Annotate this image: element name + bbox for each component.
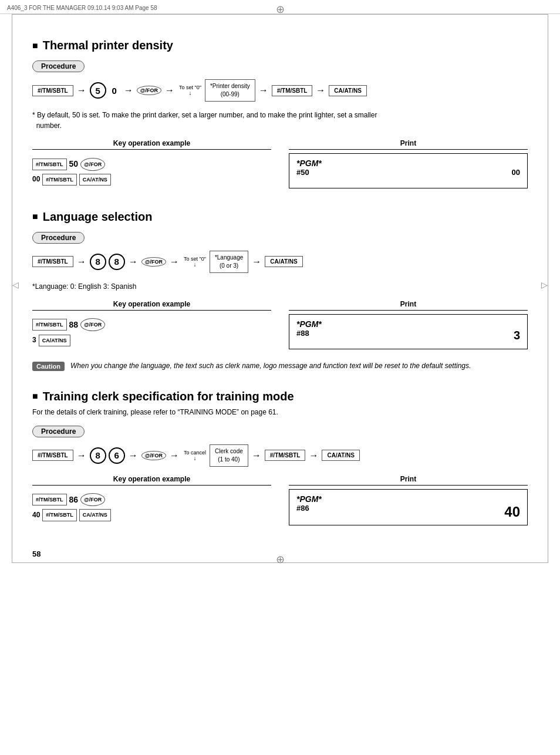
s3-key-tmsbtl2: #/TM/SBTL xyxy=(265,450,306,461)
section2-flow: #/TM/SBTL → 8 8 → @/FOR → To set "0" ↓ *… xyxy=(32,251,303,273)
section1-print-area: *PGM* #50 00 xyxy=(289,153,528,188)
section2-key-op-row1: #/TM/SBTL 88 @/FOR xyxy=(32,318,271,332)
s2-circle8a: 8 xyxy=(90,254,106,270)
s1-arrow4: → xyxy=(258,85,269,96)
s1-op-00: 00 xyxy=(32,173,40,186)
section2-print-header: Print xyxy=(289,300,528,311)
section-thermal-printer: Thermal printer density Procedure #/TM/S… xyxy=(32,39,528,191)
section2-key-op-col: Key operation example #/TM/SBTL 88 @/FOR… xyxy=(32,300,271,352)
s3-op-caatns: CA/AT/NS xyxy=(79,509,111,521)
s1-op-tmsbtl: #/TM/SBTL xyxy=(32,159,67,170)
s3-arrow2: → xyxy=(127,450,139,461)
section2-print-3: 3 xyxy=(514,329,520,342)
section3-intro: For the details of clerk training, pleas… xyxy=(32,407,528,417)
s3-for-key: @/FOR xyxy=(141,451,166,460)
s3-key-caatns: CA/AT/NS xyxy=(322,450,359,461)
section3-procedure-label: Procedure xyxy=(32,426,85,437)
s2-op-88: 88 xyxy=(69,318,79,332)
s2-arrow2: → xyxy=(127,257,139,267)
section3-print-hash86: #86 xyxy=(296,504,309,520)
s3-key-tmsbtl1: #/TM/SBTL xyxy=(32,450,73,461)
s3-op-tmsbtl: #/TM/SBTL xyxy=(32,494,67,505)
section-training: Training clerk specification for trainin… xyxy=(32,390,528,527)
s1-arrow2: → xyxy=(123,85,134,96)
section3-key-op-header: Key operation example xyxy=(32,475,271,486)
s3-circle6: 6 xyxy=(109,447,125,464)
s1-op-caatns: CA/AT/NS xyxy=(79,174,111,186)
section1-key-op-header: Key operation example xyxy=(32,139,271,150)
s3-op-40: 40 xyxy=(32,509,40,522)
section3-print-header: Print xyxy=(289,475,528,486)
section3-print-line2: #86 40 xyxy=(296,504,520,520)
crosshair-right: ▷ xyxy=(541,280,548,289)
s2-arrow4: → xyxy=(251,257,262,267)
section2-print-line1: *PGM* xyxy=(296,319,520,329)
section1-key-op-row1: #/TM/SBTL 50 @/FOR xyxy=(32,157,271,171)
s2-op-3: 3 xyxy=(32,334,36,347)
section1-key-op-area: #/TM/SBTL 50 @/FOR 00 #/TM/SBTL CA/AT/NS xyxy=(32,153,271,191)
section2-print-line2: #88 3 xyxy=(296,329,520,342)
s3-op-tmsbtl2: #/TM/SBTL xyxy=(42,509,77,521)
page: ⊕ ⊕ ◁ ▷ A406_3 FOR THE MANAGER 09.10.14 … xyxy=(0,0,560,569)
crosshair-left: ◁ xyxy=(12,280,19,289)
s3-op-for: @/FOR xyxy=(80,493,105,506)
section3-key-op-area: #/TM/SBTL 86 @/FOR 40 #/TM/SBTL CA/AT/NS xyxy=(32,489,271,527)
section2-key-op-row2: 3 CA/AT/NS xyxy=(32,334,271,347)
section1-note: * By default, 50 is set. To make the pri… xyxy=(32,110,528,131)
s3-arrow5: → xyxy=(308,450,319,461)
section2-key-op-header: Key operation example xyxy=(32,300,271,311)
header-bar: A406_3 FOR THE MANAGER 09.10.14 9:03 AM … xyxy=(0,5,560,14)
s1-down-arrow: ↓ xyxy=(188,90,191,96)
s3-arrow4: → xyxy=(251,450,262,461)
s2-arrow3: → xyxy=(168,257,180,267)
section1-key-op-row2: 00 #/TM/SBTL CA/AT/NS xyxy=(32,173,271,186)
s2-key-tmsbtl1: #/TM/SBTL xyxy=(32,256,73,267)
section1-title: Thermal printer density xyxy=(32,39,528,52)
section3-key-op-col: Key operation example #/TM/SBTL 86 @/FOR… xyxy=(32,475,271,527)
s1-arrow5: → xyxy=(315,85,326,96)
section3-key-op-row2: 40 #/TM/SBTL CA/AT/NS xyxy=(32,509,271,522)
s1-arrow1: → xyxy=(76,85,87,96)
section3-print-line1: *PGM* xyxy=(296,494,520,504)
s1-key-tmsbtl1: #/TM/SBTL xyxy=(32,85,73,96)
s1-op-50: 50 xyxy=(69,157,79,171)
section3-title: Training clerk specification for trainin… xyxy=(32,390,528,403)
s2-circle8b: 8 xyxy=(109,254,125,270)
s1-circle0: 0 xyxy=(109,82,120,99)
header-text: A406_3 FOR THE MANAGER 09.10.14 9:03 AM … xyxy=(7,5,157,11)
s2-op-for: @/FOR xyxy=(80,318,105,331)
s2-down-arrow: ↓ xyxy=(193,262,196,268)
section1-print-col: Print *PGM* #50 00 xyxy=(289,139,528,191)
s3-circle8: 8 xyxy=(90,447,106,464)
s3-arrow1: → xyxy=(76,450,87,461)
section2-title: Language selection xyxy=(32,210,528,224)
s2-op-tmsbtl: #/TM/SBTL xyxy=(32,319,67,331)
page-number: 58 xyxy=(32,550,41,558)
section1-key-op-col: Key operation example #/TM/SBTL 50 @/FOR… xyxy=(32,139,271,191)
section1-print-hash50: #50 xyxy=(296,168,309,177)
s2-for-key: @/FOR xyxy=(141,257,166,267)
section3-print-area: *PGM* #86 40 xyxy=(289,489,528,525)
s2-lang-box: *Language(0 or 3) xyxy=(210,251,248,273)
section2-caution: Caution When you change the language, th… xyxy=(32,360,528,371)
section2-print-col: Print *PGM* #88 3 xyxy=(289,300,528,352)
section-language: Language selection Procedure #/TM/SBTL →… xyxy=(32,210,528,371)
section3-flow: #/TM/SBTL → 8 6 → @/FOR → To cancel ↓ Cl… xyxy=(32,444,360,467)
s2-arrow1: → xyxy=(76,257,87,267)
section1-procedure-label: Procedure xyxy=(32,60,85,72)
section1-print-00: 00 xyxy=(512,168,520,177)
section2-procedure-label: Procedure xyxy=(32,232,85,244)
s3-clerk-box: Clerk code(1 to 40) xyxy=(210,444,248,467)
s2-key-caatns: CA/AT/NS xyxy=(265,256,302,267)
s2-op-caatns: CA/AT/NS xyxy=(39,335,70,346)
caution-text: When you change the language, the text s… xyxy=(70,360,471,371)
s1-op-for: @/FOR xyxy=(80,158,105,171)
section2-note: *Language: 0: English 3: Spanish xyxy=(32,281,528,292)
s1-op-tmsbtl2: #/TM/SBTL xyxy=(42,174,77,186)
s1-key-caatns: CA/AT/NS xyxy=(329,85,366,96)
crosshair-bottom: ⊕ xyxy=(276,553,285,566)
s3-arrow3: → xyxy=(168,450,180,461)
s1-density-box: *Printer density(00-99) xyxy=(205,79,255,102)
section2-print-area: *PGM* #88 3 xyxy=(289,314,528,349)
section2-examples: Key operation example #/TM/SBTL 88 @/FOR… xyxy=(32,300,528,352)
